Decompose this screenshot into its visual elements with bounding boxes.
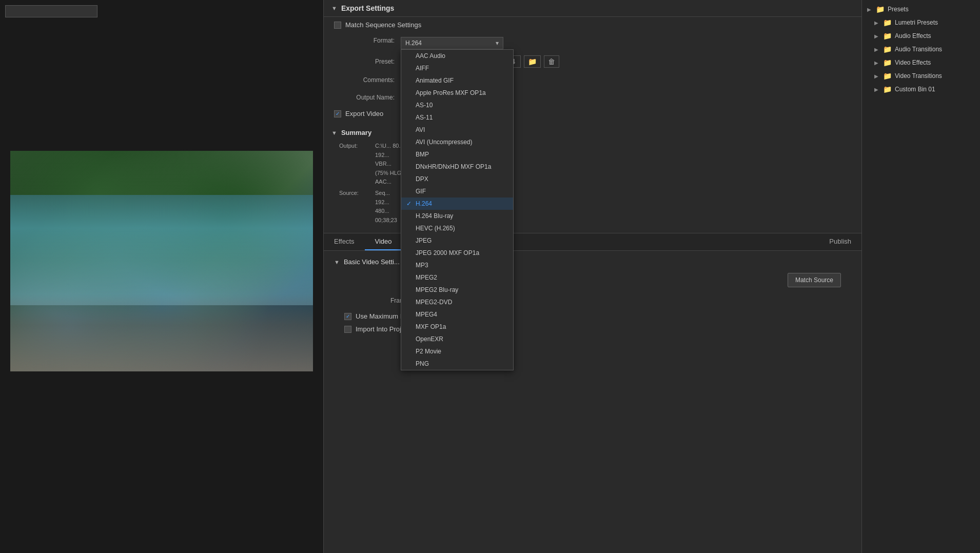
collapse-icon: ▼ bbox=[331, 5, 337, 11]
folder-icon-audio-transitions: 📁 bbox=[883, 45, 892, 53]
format-dropdown-item[interactable]: AS-11 bbox=[401, 111, 513, 124]
dropdown-bar bbox=[5, 5, 318, 17]
audio-effects-label: Audio Effects bbox=[895, 32, 931, 40]
folder-icon-custom-bin: 📁 bbox=[883, 85, 892, 93]
match-sequence-label: Match Sequence Settings bbox=[345, 21, 421, 29]
comments-label: Comments: bbox=[334, 76, 401, 84]
format-dropdown-item[interactable]: MPEG2-DVD bbox=[401, 296, 513, 308]
tree-arrow-audio-effects: ▶ bbox=[874, 33, 880, 39]
summary-collapse-icon: ▼ bbox=[331, 130, 337, 136]
tree-item-presets[interactable]: ▶ 📁 Presets bbox=[862, 3, 980, 16]
video-settings-collapse-icon: ▼ bbox=[334, 259, 340, 265]
tab-video[interactable]: Video bbox=[365, 233, 402, 250]
tree-arrow-video-effects: ▶ bbox=[874, 60, 880, 66]
preset-folder-button[interactable]: 📁 bbox=[524, 55, 541, 68]
import-checkbox[interactable] bbox=[344, 326, 351, 333]
format-dropdown-item[interactable]: H.264 Blu-ray bbox=[401, 210, 513, 222]
tree-item-video-effects[interactable]: ▶ 📁 Video Effects bbox=[862, 56, 980, 69]
tree-item-video-transitions[interactable]: ▶ 📁 Video Transitions bbox=[862, 69, 980, 83]
folder-icon-audio-effects: 📁 bbox=[883, 32, 892, 40]
tree-item-audio-transitions[interactable]: ▶ 📁 Audio Transitions bbox=[862, 43, 980, 56]
presets-label: Presets bbox=[888, 6, 909, 13]
format-dropdown-item[interactable]: H.264 bbox=[401, 198, 513, 210]
publish-button[interactable]: Publish bbox=[819, 233, 861, 250]
match-sequence-checkbox[interactable] bbox=[334, 22, 341, 29]
center-panel: ▼ Export Settings Match Sequence Setting… bbox=[323, 0, 862, 553]
tree-item-lumetri[interactable]: ▶ 📁 Lumetri Presets bbox=[862, 16, 980, 29]
tree-arrow-audio-transitions: ▶ bbox=[874, 47, 880, 52]
format-dropdown-item[interactable]: MP3 bbox=[401, 259, 513, 271]
tree-item-custom-bin[interactable]: ▶ 📁 Custom Bin 01 bbox=[862, 83, 980, 96]
format-dropdown-item[interactable]: AS-10 bbox=[401, 99, 513, 111]
folder-icon-presets: 📁 bbox=[876, 5, 885, 13]
export-settings-title: Export Settings bbox=[341, 4, 394, 12]
tree-arrow-video-transitions: ▶ bbox=[874, 73, 880, 79]
format-dropdown-item[interactable]: MPEG2 bbox=[401, 271, 513, 284]
format-dropdown-item[interactable]: P2 Movie bbox=[401, 345, 513, 358]
format-row: Format: H.264 AAC AudioAIFFAnimated GIFA… bbox=[324, 33, 861, 52]
folder-icon-lumetri: 📁 bbox=[883, 18, 892, 27]
preview-image bbox=[10, 151, 313, 371]
format-dropdown-item[interactable]: GIF bbox=[401, 185, 513, 198]
folder-icon-video-transitions: 📁 bbox=[883, 72, 892, 80]
preset-label: Preset: bbox=[334, 58, 401, 65]
tree-arrow-custom-bin: ▶ bbox=[874, 87, 880, 92]
export-video-checkbox[interactable] bbox=[334, 110, 341, 117]
match-sequence-row: Match Sequence Settings bbox=[324, 17, 861, 33]
format-dropdown-item[interactable]: OpenEXR bbox=[401, 333, 513, 345]
format-dropdown: AAC AudioAIFFAnimated GIFApple ProRes MX… bbox=[401, 49, 514, 370]
format-dropdown-item[interactable]: AIFF bbox=[401, 62, 513, 74]
preset-tree: ▶ 📁 Presets ▶ 📁 Lumetri Presets ▶ 📁 Audi… bbox=[862, 0, 980, 98]
preset-delete-button[interactable]: 🗑 bbox=[544, 55, 559, 68]
lumetri-label: Lumetri Presets bbox=[895, 19, 938, 26]
tree-item-audio-effects[interactable]: ▶ 📁 Audio Effects bbox=[862, 29, 980, 43]
tree-arrow-presets: ▶ bbox=[867, 7, 873, 12]
tree-arrow-lumetri: ▶ bbox=[874, 20, 880, 26]
format-dropdown-item[interactable]: DPX bbox=[401, 173, 513, 185]
format-dropdown-item[interactable]: MXF OP1a bbox=[401, 321, 513, 333]
summary-output-label: Output: bbox=[339, 142, 375, 187]
format-field-container: H.264 AAC AudioAIFFAnimated GIFApple Pro… bbox=[401, 37, 503, 49]
export-settings-header[interactable]: ▼ Export Settings bbox=[324, 0, 861, 17]
format-dropdown-item[interactable]: HEVC (H.265) bbox=[401, 222, 513, 234]
format-dropdown-item[interactable]: AVI bbox=[401, 124, 513, 136]
tab-effects[interactable]: Effects bbox=[324, 233, 365, 250]
summary-source-label: Source: bbox=[339, 189, 375, 225]
format-dropdown-item[interactable]: AVI (Uncompressed) bbox=[401, 136, 513, 148]
source-dropdown[interactable] bbox=[5, 5, 97, 17]
right-panel: ▶ 📁 Presets ▶ 📁 Lumetri Presets ▶ 📁 Audi… bbox=[862, 0, 980, 553]
summary-source-value: Seq... 192... 480... 00;38;23 bbox=[375, 189, 397, 225]
video-effects-label: Video Effects bbox=[895, 59, 931, 66]
format-dropdown-item[interactable]: DNxHR/DNxHD MXF OP1a bbox=[401, 161, 513, 173]
format-dropdown-item[interactable]: Animated GIF bbox=[401, 74, 513, 87]
format-label: Format: bbox=[334, 37, 401, 44]
format-dropdown-item[interactable]: BMP bbox=[401, 148, 513, 161]
use-max-render-checkbox[interactable] bbox=[344, 313, 351, 320]
video-transitions-label: Video Transitions bbox=[895, 72, 942, 80]
format-dropdown-item[interactable]: Apple ProRes MXF OP1a bbox=[401, 87, 513, 99]
folder-icon-video-effects: 📁 bbox=[883, 58, 892, 67]
custom-bin-label: Custom Bin 01 bbox=[895, 86, 935, 93]
summary-label: Summary bbox=[341, 129, 371, 136]
format-dropdown-item[interactable]: JPEG 2000 MXF OP1a bbox=[401, 247, 513, 259]
format-dropdown-item[interactable]: MPEG4 bbox=[401, 308, 513, 321]
format-select[interactable]: H.264 bbox=[401, 37, 503, 49]
audio-transitions-label: Audio Transitions bbox=[895, 46, 942, 53]
video-settings-label: Basic Video Setti... bbox=[344, 258, 400, 266]
match-source-button[interactable]: Match Source bbox=[788, 273, 841, 287]
format-dropdown-item[interactable]: JPEG bbox=[401, 234, 513, 247]
left-panel bbox=[0, 0, 323, 553]
export-video-label: Export Video bbox=[345, 110, 383, 117]
format-dropdown-item[interactable]: PNG bbox=[401, 358, 513, 370]
output-name-label: Output Name: bbox=[334, 94, 401, 101]
format-dropdown-item[interactable]: MPEG2 Blu-ray bbox=[401, 284, 513, 296]
format-dropdown-item[interactable]: AAC Audio bbox=[401, 50, 513, 62]
